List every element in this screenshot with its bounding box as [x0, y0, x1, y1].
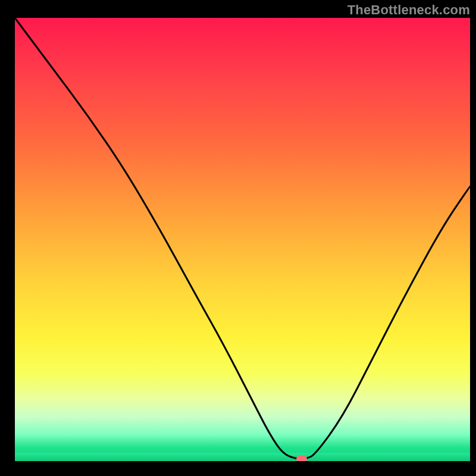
chart-frame: TheBottleneck.com	[0, 0, 476, 476]
optimal-marker	[296, 456, 307, 461]
x-axis-strip	[15, 461, 470, 476]
bottleneck-line	[15, 18, 470, 461]
plot-area	[15, 18, 470, 461]
watermark-text: TheBottleneck.com	[347, 2, 470, 18]
